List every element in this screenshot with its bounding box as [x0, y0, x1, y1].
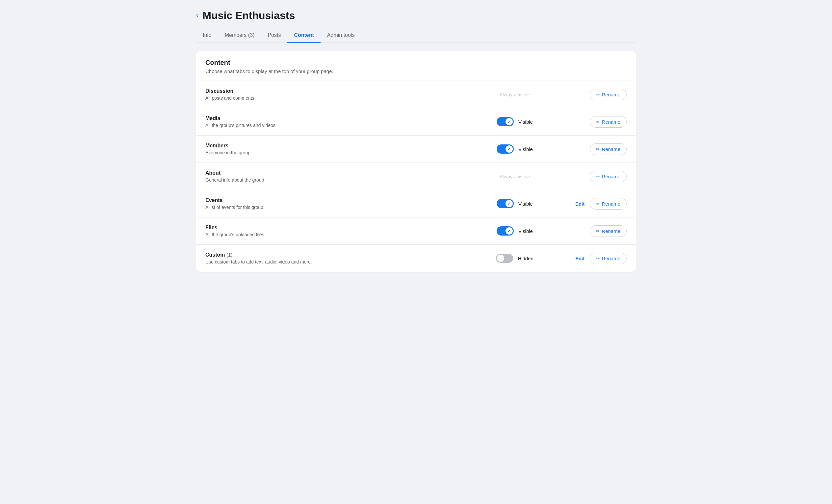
- row-name-files: Files: [205, 225, 469, 231]
- card-title: Content: [205, 59, 627, 67]
- rename-label-members: Rename: [602, 147, 620, 152]
- row-actions-discussion: ✏ Rename: [561, 89, 627, 100]
- row-status-about: Always visible: [469, 174, 561, 179]
- row-status-members: ✓ Visible: [469, 144, 561, 154]
- rename-button-about[interactable]: ✏ Rename: [590, 171, 627, 182]
- row-name-discussion: Discussion: [205, 88, 469, 94]
- tab-members[interactable]: Members (3): [218, 28, 261, 43]
- rename-button-custom[interactable]: ✏ Rename: [590, 253, 627, 264]
- main-content: Content Choose what tabs to display at t…: [186, 43, 646, 280]
- row-actions-custom: Edit ✏ Rename: [561, 253, 627, 264]
- rename-button-events[interactable]: ✏ Rename: [590, 198, 627, 210]
- row-about: About General info about the group Alway…: [196, 163, 636, 190]
- row-name-members: Members: [205, 143, 469, 149]
- toggle-check-media: ✓: [508, 120, 511, 124]
- row-desc-events: A list of events for this group.: [205, 205, 469, 210]
- row-actions-about: ✏ Rename: [561, 171, 627, 182]
- rename-button-media[interactable]: ✏ Rename: [590, 116, 627, 128]
- card-subtitle: Choose what tabs to display at the top o…: [205, 69, 627, 74]
- row-desc-members: Everyone in the group: [205, 150, 469, 155]
- toggle-check-files: ✓: [508, 229, 511, 233]
- row-info-custom: Custom (1) Use custom tabs to add text, …: [205, 252, 469, 265]
- row-info-files: Files All the group's uploaded files: [205, 225, 469, 237]
- row-discussion: Discussion All posts and comments Always…: [196, 81, 636, 108]
- rename-button-discussion[interactable]: ✏ Rename: [590, 89, 627, 100]
- custom-count: (1): [227, 252, 232, 258]
- row-status-custom: Hidden: [469, 254, 561, 263]
- pencil-icon-files: ✏: [596, 229, 600, 234]
- row-name-about: About: [205, 170, 469, 176]
- toggle-members[interactable]: ✓: [497, 144, 514, 154]
- back-row: ‹ Music Enthusiasts: [196, 9, 636, 22]
- visible-label-media: Visible: [518, 119, 533, 125]
- rename-label-about: Rename: [602, 174, 620, 179]
- pencil-icon-members: ✏: [596, 147, 600, 152]
- row-status-files: ✓ Visible: [469, 226, 561, 236]
- rename-label-custom: Rename: [602, 256, 620, 261]
- row-actions-media: ✏ Rename: [561, 116, 627, 128]
- edit-button-events[interactable]: Edit: [574, 198, 586, 209]
- row-info-discussion: Discussion All posts and comments: [205, 88, 469, 101]
- row-desc-discussion: All posts and comments: [205, 96, 469, 101]
- toggle-events[interactable]: ✓: [497, 199, 514, 208]
- row-members: Members Everyone in the group ✓ Visible …: [196, 136, 636, 163]
- row-info-members: Members Everyone in the group: [205, 143, 469, 155]
- pencil-icon-media: ✏: [596, 120, 600, 124]
- pencil-icon-events: ✏: [596, 201, 600, 206]
- custom-name-text: Custom: [205, 252, 225, 258]
- content-card: Content Choose what tabs to display at t…: [196, 51, 636, 272]
- toggle-check-members: ✓: [508, 147, 511, 151]
- row-desc-custom: Use custom tabs to add text, audio, vide…: [205, 259, 469, 265]
- rename-button-members[interactable]: ✏ Rename: [590, 143, 627, 155]
- pencil-icon-discussion: ✏: [596, 92, 600, 97]
- row-events: Events A list of events for this group. …: [196, 190, 636, 217]
- edit-button-custom[interactable]: Edit: [574, 253, 586, 264]
- toggle-files[interactable]: ✓: [497, 226, 514, 236]
- row-desc-files: All the group's uploaded files: [205, 232, 469, 237]
- toggle-check-events: ✓: [508, 201, 511, 206]
- row-info-about: About General info about the group: [205, 170, 469, 183]
- always-visible-label-about: Always visible: [499, 174, 530, 179]
- row-actions-members: ✏ Rename: [561, 143, 627, 155]
- toggle-media[interactable]: ✓: [497, 117, 514, 126]
- back-icon[interactable]: ‹: [196, 11, 199, 20]
- row-actions-events: Edit ✏ Rename: [561, 198, 627, 210]
- row-status-media: ✓ Visible: [469, 117, 561, 126]
- row-desc-about: General info about the group: [205, 177, 469, 183]
- visible-label-events: Visible: [518, 201, 533, 207]
- tab-posts[interactable]: Posts: [261, 28, 287, 43]
- row-desc-media: All the group's pictures and videos: [205, 123, 469, 128]
- hidden-label-custom: Hidden: [518, 256, 534, 261]
- row-files: Files All the group's uploaded files ✓ V…: [196, 217, 636, 245]
- rename-label-media: Rename: [602, 119, 620, 125]
- row-actions-files: ✏ Rename: [561, 226, 627, 237]
- row-media: Media All the group's pictures and video…: [196, 108, 636, 136]
- row-status-events: ✓ Visible: [469, 199, 561, 208]
- header-section: ‹ Music Enthusiasts Info Members (3) Pos…: [186, 0, 646, 43]
- row-status-discussion: Always visible: [469, 92, 561, 97]
- pencil-icon-about: ✏: [596, 174, 600, 179]
- rename-label-discussion: Rename: [602, 92, 620, 97]
- tabs-row: Info Members (3) Posts Content Admin too…: [196, 28, 636, 43]
- tab-info[interactable]: Info: [196, 28, 218, 43]
- rename-button-files[interactable]: ✏ Rename: [590, 226, 627, 237]
- row-custom: Custom (1) Use custom tabs to add text, …: [196, 245, 636, 272]
- visible-label-files: Visible: [518, 228, 533, 234]
- always-visible-label-discussion: Always visible: [499, 92, 530, 97]
- row-name-events: Events: [205, 197, 469, 203]
- pencil-icon-custom: ✏: [596, 256, 600, 261]
- rename-label-events: Rename: [602, 201, 620, 207]
- toggle-custom[interactable]: [496, 254, 513, 263]
- row-name-media: Media: [205, 115, 469, 122]
- tab-content[interactable]: Content: [287, 28, 320, 43]
- page-title: Music Enthusiasts: [202, 9, 295, 22]
- page-container: ‹ Music Enthusiasts Info Members (3) Pos…: [186, 0, 646, 280]
- row-info-events: Events A list of events for this group.: [205, 197, 469, 210]
- rename-label-files: Rename: [602, 228, 620, 234]
- row-name-custom: Custom (1): [205, 252, 469, 258]
- card-header: Content Choose what tabs to display at t…: [196, 51, 636, 81]
- visible-label-members: Visible: [518, 147, 533, 152]
- row-info-media: Media All the group's pictures and video…: [205, 115, 469, 128]
- tab-admin-tools[interactable]: Admin tools: [320, 28, 361, 43]
